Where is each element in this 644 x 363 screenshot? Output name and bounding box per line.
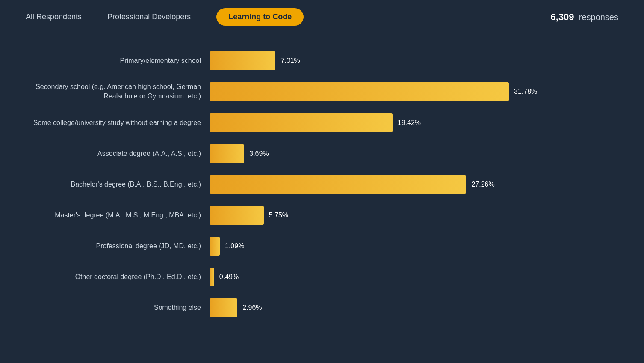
bar-value: 19.42% bbox=[398, 119, 421, 127]
chart-label: Other doctoral degree (Ph.D., Ed.D., etc… bbox=[26, 272, 210, 282]
chart-label: Some college/university study without ea… bbox=[26, 118, 210, 128]
tab-learning-to-code[interactable]: Learning to Code bbox=[216, 8, 304, 26]
bar-container: 31.78% bbox=[210, 82, 618, 101]
bar bbox=[210, 51, 275, 70]
chart-label: Bachelor's degree (B.A., B.S., B.Eng., e… bbox=[26, 180, 210, 189]
response-count-number: 6,309 bbox=[551, 12, 574, 22]
tab-all-respondents[interactable]: All Respondents bbox=[26, 9, 82, 25]
bar-container: 27.26% bbox=[210, 175, 618, 194]
chart-row: Something else2.96% bbox=[26, 298, 618, 317]
chart-area: Primary/elementary school7.01%Secondary … bbox=[0, 34, 644, 346]
chart-row: Secondary school (e.g. American high sch… bbox=[26, 82, 618, 101]
bar bbox=[210, 298, 237, 317]
chart-row: Professional degree (JD, MD, etc.)1.09% bbox=[26, 237, 618, 256]
header: All Respondents Professional Developers … bbox=[0, 0, 644, 34]
bar-value: 27.26% bbox=[471, 181, 494, 188]
bar bbox=[210, 144, 244, 163]
bar-value: 1.09% bbox=[225, 242, 244, 250]
chart-label: Professional degree (JD, MD, etc.) bbox=[26, 241, 210, 251]
bar-value: 2.96% bbox=[242, 304, 262, 312]
tab-professional-developers[interactable]: Professional Developers bbox=[107, 9, 191, 25]
chart-label: Primary/elementary school bbox=[26, 56, 210, 65]
chart-rows: Primary/elementary school7.01%Secondary … bbox=[26, 51, 618, 317]
bar-container: 19.42% bbox=[210, 113, 618, 132]
chart-label: Master's degree (M.A., M.S., M.Eng., MBA… bbox=[26, 211, 210, 220]
bar-value: 0.49% bbox=[219, 273, 239, 281]
bar-container: 5.75% bbox=[210, 206, 618, 225]
chart-label: Associate degree (A.A., A.S., etc.) bbox=[26, 149, 210, 158]
bar-container: 3.69% bbox=[210, 144, 618, 163]
bar-value: 7.01% bbox=[281, 57, 300, 65]
bar bbox=[210, 113, 393, 132]
response-count-label: responses bbox=[579, 12, 618, 22]
bar-container: 7.01% bbox=[210, 51, 618, 70]
bar-container: 0.49% bbox=[210, 268, 618, 286]
bar-container: 2.96% bbox=[210, 298, 618, 317]
chart-row: Some college/university study without ea… bbox=[26, 113, 618, 132]
bar-value: 3.69% bbox=[249, 150, 269, 158]
nav-tabs: All Respondents Professional Developers … bbox=[26, 8, 551, 26]
bar-value: 31.78% bbox=[514, 88, 537, 95]
bar bbox=[210, 82, 509, 101]
bar bbox=[210, 237, 220, 256]
bar-container: 1.09% bbox=[210, 237, 618, 256]
chart-row: Bachelor's degree (B.A., B.S., B.Eng., e… bbox=[26, 175, 618, 194]
bar bbox=[210, 268, 214, 286]
chart-row: Associate degree (A.A., A.S., etc.)3.69% bbox=[26, 144, 618, 163]
chart-label: Secondary school (e.g. American high sch… bbox=[26, 82, 210, 101]
chart-label: Something else bbox=[26, 303, 210, 312]
chart-row: Primary/elementary school7.01% bbox=[26, 51, 618, 70]
bar bbox=[210, 175, 466, 194]
chart-row: Other doctoral degree (Ph.D., Ed.D., etc… bbox=[26, 268, 618, 286]
chart-row: Master's degree (M.A., M.S., M.Eng., MBA… bbox=[26, 206, 618, 225]
bar-value: 5.75% bbox=[269, 211, 288, 219]
bar bbox=[210, 206, 264, 225]
response-count: 6,309 responses bbox=[551, 12, 618, 23]
